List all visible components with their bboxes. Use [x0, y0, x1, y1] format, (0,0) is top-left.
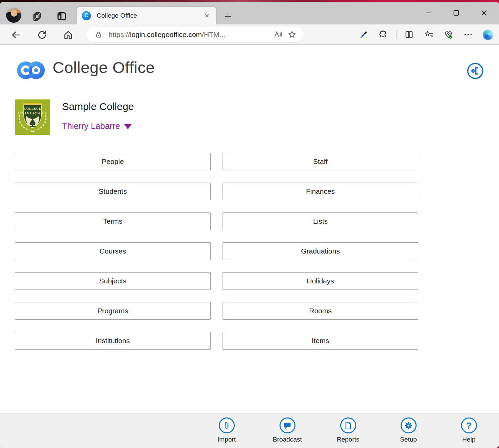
- menu-button-subjects[interactable]: Subjects: [15, 272, 211, 290]
- browser-titlebar: C College Office: [0, 2, 499, 24]
- color-picker-icon[interactable]: [357, 27, 371, 42]
- maximize-icon[interactable]: [447, 6, 466, 20]
- gear-icon: [401, 417, 417, 433]
- setup-button[interactable]: Setup: [388, 417, 429, 443]
- extensions-icon[interactable]: [376, 27, 390, 42]
- back-icon[interactable]: [11, 30, 21, 40]
- page-content: College Office COLLEGE UNI: [0, 45, 499, 413]
- refresh-icon[interactable]: [37, 30, 47, 40]
- menu-button-programs[interactable]: Programs: [15, 302, 211, 320]
- copilot-icon[interactable]: [481, 27, 495, 42]
- menu-button-lists[interactable]: Lists: [223, 212, 418, 230]
- split-screen-icon[interactable]: [402, 27, 416, 42]
- minimize-icon[interactable]: [419, 6, 438, 20]
- url-text: https://login.collegeoffice.com/HTM...: [109, 31, 272, 39]
- menu-button-finances[interactable]: Finances: [223, 183, 418, 200]
- college-office-logo: [16, 60, 46, 82]
- broadcast-button[interactable]: Broadcast: [267, 417, 308, 443]
- question-glyph: ?: [466, 421, 472, 430]
- page-title: College Office: [53, 58, 155, 77]
- tab-title: College Office: [97, 12, 203, 19]
- favorite-star-icon[interactable]: [285, 28, 299, 41]
- menu-button-rooms[interactable]: Rooms: [223, 302, 418, 320]
- tab-close-icon[interactable]: [203, 11, 211, 20]
- toolbar-divider: [396, 30, 397, 39]
- menu-button-people[interactable]: People: [15, 153, 211, 170]
- browser-toolbar: https://login.collegeoffice.com/HTM...: [0, 24, 499, 45]
- address-bar[interactable]: https://login.collegeoffice.com/HTM...: [86, 27, 304, 42]
- help-button[interactable]: ? Help: [448, 417, 489, 443]
- crest-text-line2: UNIVERSITY: [15, 110, 50, 116]
- home-icon[interactable]: [63, 30, 74, 40]
- browser-essentials-icon[interactable]: [441, 27, 456, 42]
- workspaces-icon[interactable]: [32, 11, 42, 22]
- tab-actions-icon[interactable]: [56, 11, 67, 22]
- college-name: Sample College: [62, 101, 134, 112]
- main-menu: People Staff Students Finances Terms Lis…: [15, 153, 418, 350]
- close-window-icon[interactable]: [475, 6, 494, 20]
- favorites-hub-icon[interactable]: [422, 27, 436, 42]
- footer-label: Import: [217, 436, 236, 443]
- menu-button-terms[interactable]: Terms: [15, 212, 211, 230]
- menu-button-staff[interactable]: Staff: [223, 153, 418, 170]
- college-crest: COLLEGE UNIVERSITY A B: [15, 99, 50, 135]
- footer-toolbar: Import Broadcast Reports: [0, 413, 499, 448]
- crest-letter-b: B: [36, 116, 39, 120]
- url-path: /HTM...: [202, 31, 225, 38]
- settings-more-icon[interactable]: [461, 27, 475, 42]
- browser-tab[interactable]: C College Office: [77, 7, 216, 24]
- menu-button-institutions[interactable]: Institutions: [15, 332, 211, 350]
- menu-button-holidays[interactable]: Holidays: [223, 272, 418, 290]
- new-tab-icon[interactable]: [223, 12, 233, 21]
- url-host: login.collegeoffice.com: [130, 31, 202, 38]
- footer-label: Setup: [400, 436, 417, 443]
- footer-label: Reports: [337, 436, 360, 443]
- question-icon: ?: [461, 417, 477, 433]
- browser-window: C College Office: [0, 2, 499, 448]
- url-scheme: https://: [109, 31, 130, 38]
- footer-label: Broadcast: [273, 436, 302, 443]
- paperclip-icon: [219, 417, 235, 433]
- read-aloud-icon[interactable]: [272, 28, 285, 41]
- menu-button-courses[interactable]: Courses: [15, 242, 211, 260]
- document-icon: [340, 417, 356, 433]
- dropdown-arrow-icon: [124, 124, 132, 129]
- user-name: Thierry Labarre: [62, 121, 120, 131]
- lock-icon[interactable]: [94, 30, 103, 39]
- profile-avatar[interactable]: [6, 7, 21, 23]
- speech-bubble-icon: [280, 417, 295, 433]
- import-button[interactable]: Import: [206, 417, 247, 443]
- reports-button[interactable]: Reports: [328, 417, 368, 443]
- crest-text-line1: COLLEGE: [15, 107, 50, 110]
- footer-label: Help: [462, 436, 475, 443]
- tab-favicon: C: [82, 11, 91, 20]
- menu-button-graduations[interactable]: Graduations: [223, 242, 418, 260]
- user-dropdown[interactable]: Thierry Labarre: [62, 121, 132, 131]
- logout-icon[interactable]: [466, 62, 484, 80]
- crest-letter-a: A: [26, 116, 29, 120]
- menu-button-students[interactable]: Students: [15, 183, 211, 200]
- menu-button-items[interactable]: Items: [223, 332, 418, 350]
